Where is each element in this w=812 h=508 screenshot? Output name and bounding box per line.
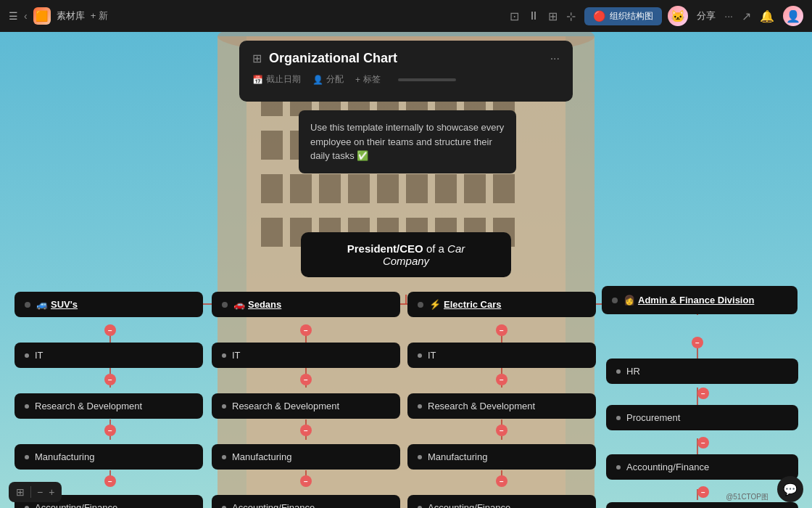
sedan-it-dot — [222, 353, 226, 358]
suv-it[interactable]: IT — [14, 343, 203, 368]
bottom-bar: ⊞ − + — [9, 482, 62, 502]
sedan-finance-dot — [222, 506, 226, 509]
notification-icon[interactable]: 🔔 — [760, 9, 774, 23]
suv-rd[interactable]: Research & Development — [14, 393, 203, 419]
admin-hr-collapse[interactable]: − — [697, 388, 709, 399]
admin-proc-collapse[interactable]: − — [697, 437, 709, 448]
electric-collapse[interactable]: − — [496, 324, 508, 336]
info-card-meta: 📅 截止日期 👤 分配 + 标签 — [252, 73, 560, 86]
electric-mfg-collapse[interactable]: − — [496, 475, 508, 487]
topbar-left: ☰ ‹ 🟧 素材库 + 新 — [9, 7, 504, 25]
sedan-rd[interactable]: Research & Development — [212, 393, 400, 419]
share-icon[interactable]: ↗ — [742, 9, 751, 23]
admin-label: 👩Admin & Finance Division — [624, 295, 754, 306]
admin-dot — [612, 298, 618, 303]
meta-assign[interactable]: 👤 分配 — [312, 73, 344, 86]
tooltip-text: Use this template internally to showcase… — [310, 122, 504, 161]
sedans-label: 🚗Sedans — [233, 299, 281, 310]
sedan-mfg-dot — [222, 455, 226, 459]
sedans-collapse[interactable]: − — [300, 324, 312, 336]
info-card-title: Organizational Chart — [269, 51, 397, 66]
electric-rd-collapse[interactable]: − — [496, 425, 508, 436]
admin-finance-collapse[interactable]: − — [697, 486, 709, 498]
suv-label: 🚙SUV's — [36, 299, 78, 310]
electric-rd-text: Research & Development — [428, 401, 535, 411]
admin-hr-dot — [616, 369, 621, 374]
sedan-mfg-collapse[interactable]: − — [300, 475, 312, 487]
branch-suvs[interactable]: 🚙SUV's — [14, 292, 203, 317]
suv-mfg-text: Manufacturing — [35, 451, 94, 462]
sedan-it-collapse[interactable]: − — [300, 374, 312, 385]
sedan-finance[interactable]: Accounting/Finance — [212, 495, 400, 508]
profile-avatar[interactable]: 👤 — [783, 6, 803, 26]
back-arrow[interactable]: ‹ — [24, 10, 28, 22]
tab-icon: 🔴 — [593, 10, 605, 22]
suv-finance-dot — [25, 506, 29, 509]
electric-rd[interactable]: Research & Development — [407, 393, 596, 419]
root-node[interactable]: President/CEO of a Car Company — [301, 232, 511, 277]
bottom-settings[interactable]: ⊞ — [16, 486, 25, 498]
suv-rd-collapse[interactable]: − — [104, 425, 116, 436]
admin-hr[interactable]: HR — [606, 359, 798, 384]
sedans-dot — [222, 302, 228, 308]
add-button[interactable]: + 新 — [91, 9, 108, 22]
electric-finance-text: Accounting/Finance — [428, 502, 510, 508]
sedan-rd-collapse[interactable]: − — [300, 425, 312, 436]
admin-hr-text: HR — [626, 366, 640, 377]
root-line1: President/CEO of a Car — [315, 242, 497, 255]
active-tab[interactable]: 🔴 组织结构图 — [584, 7, 662, 25]
suv-collapse[interactable]: − — [104, 324, 116, 336]
chat-icon[interactable]: 💬 — [777, 476, 803, 502]
info-card-header: ⊞ Organizational Chart ··· — [252, 51, 560, 66]
meta-tag[interactable]: + 标签 — [355, 73, 381, 86]
info-card-icon: ⊞ — [252, 52, 262, 65]
share-button[interactable]: 分享 — [697, 9, 716, 22]
suv-finance-text: Accounting/Finance — [35, 502, 117, 508]
admin-proc[interactable]: Procurement — [606, 405, 798, 430]
topbar-center: ⊡ ⏸ ⊞ ⊹ 🔴 组织结构图 — [510, 7, 662, 25]
root-line2: Company — [315, 255, 497, 267]
tool-icon-2[interactable]: ⏸ — [528, 9, 539, 22]
electric-it-dot — [418, 353, 422, 358]
admin-finance[interactable]: Accounting/Finance — [606, 454, 798, 480]
canvas: ⊞ Organizational Chart ··· 📅 截止日期 👤 分配 +… — [0, 32, 812, 508]
sedan-mfg[interactable]: Manufacturing — [212, 444, 400, 470]
copyright: @51CTOP图 — [726, 492, 768, 502]
app-name: 素材库 — [57, 9, 85, 22]
suv-rd-dot — [25, 404, 29, 409]
branch-sedans[interactable]: 🚗Sedans — [212, 292, 400, 317]
tool-icon-1[interactable]: ⊡ — [510, 9, 519, 23]
zoom-in[interactable]: + — [49, 486, 54, 498]
tool-icon-3[interactable]: ⊞ — [548, 9, 558, 23]
branch-admin[interactable]: 👩Admin & Finance Division — [602, 286, 798, 314]
progress-bar — [398, 78, 456, 81]
electric-mfg[interactable]: Manufacturing — [407, 444, 596, 470]
info-card: ⊞ Organizational Chart ··· 📅 截止日期 👤 分配 +… — [239, 41, 573, 102]
topbar: ☰ ‹ 🟧 素材库 + 新 ⊡ ⏸ ⊞ ⊹ 🔴 组织结构图 🐱 分享 ··· ↗… — [0, 0, 812, 32]
electric-it[interactable]: IT — [407, 343, 596, 368]
admin-proc-text: Procurement — [626, 412, 680, 423]
suv-mfg-collapse[interactable]: − — [104, 475, 116, 487]
electric-it-collapse[interactable]: − — [496, 374, 508, 385]
admin-pr[interactable]: PR/Communications — [606, 502, 798, 508]
tool-icon-4[interactable]: ⊹ — [566, 9, 576, 23]
more-button[interactable]: ··· — [724, 10, 733, 22]
suv-it-collapse[interactable]: − — [104, 374, 116, 385]
suv-mfg[interactable]: Manufacturing — [14, 444, 203, 470]
electric-dot — [418, 302, 423, 308]
admin-finance-text: Accounting/Finance — [626, 462, 709, 472]
electric-mfg-dot — [418, 455, 422, 459]
electric-it-text: IT — [428, 350, 436, 361]
menu-icon[interactable]: ☰ — [9, 10, 18, 22]
app-icon: 🟧 — [33, 7, 51, 25]
info-card-more[interactable]: ··· — [550, 52, 560, 65]
sedan-it[interactable]: IT — [212, 343, 400, 368]
sedan-rd-text: Research & Development — [232, 401, 339, 411]
user-avatar[interactable]: 🐱 — [668, 6, 688, 26]
electric-rd-dot — [418, 404, 422, 409]
branch-electric[interactable]: ⚡Electric Cars — [407, 292, 596, 317]
meta-date[interactable]: 📅 截止日期 — [252, 73, 301, 86]
zoom-out[interactable]: − — [37, 486, 43, 498]
admin-collapse[interactable]: − — [692, 337, 703, 348]
electric-finance[interactable]: Accounting/Finance — [407, 495, 596, 508]
